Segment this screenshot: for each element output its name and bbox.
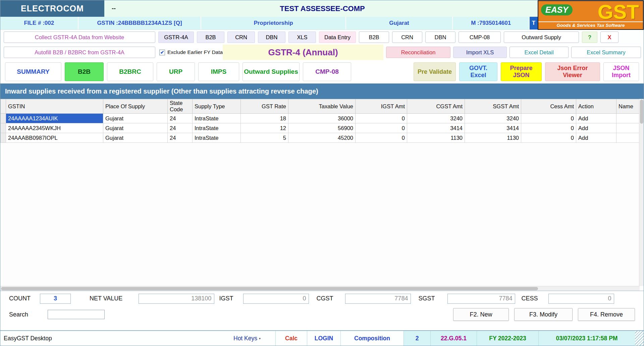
data-entry-dbn-button[interactable]: DBN xyxy=(425,32,455,43)
table-cell[interactable]: IntraState xyxy=(193,114,241,123)
tab-urp[interactable]: URP xyxy=(157,62,195,81)
table-cell[interactable]: 18 xyxy=(241,114,288,123)
tab-imps[interactable]: IMPS xyxy=(198,62,239,81)
column-header-cgst[interactable]: CGST Amt xyxy=(407,99,465,114)
pre-validate-button[interactable]: Pre Validate xyxy=(414,62,456,81)
table-cell[interactable]: 0 xyxy=(356,133,407,143)
table-cell[interactable]: IntraState xyxy=(193,133,241,143)
vertical-scrollbar[interactable] xyxy=(639,99,644,286)
horizontal-scrollbar-thumb[interactable] xyxy=(1,287,538,290)
horizontal-scrollbar[interactable] xyxy=(0,286,640,291)
resize-grip[interactable] xyxy=(635,331,644,346)
govt-excel-button[interactable]: GOVT. Excel xyxy=(459,62,497,81)
excel-detail-button[interactable]: Excel Detail xyxy=(509,47,569,58)
table-cell[interactable]: 0 xyxy=(521,114,576,123)
selector-column-header xyxy=(1,99,6,114)
vertical-scrollbar-thumb[interactable] xyxy=(640,100,643,124)
gstr4a-crn-button[interactable]: CRN xyxy=(227,32,255,43)
hot-keys-dropdown[interactable]: Hot Keys ▾ xyxy=(233,331,261,346)
tab-b2b[interactable]: B2B xyxy=(65,62,104,81)
table-cell[interactable] xyxy=(616,123,640,133)
table-cell[interactable]: 36000 xyxy=(288,114,356,123)
column-header-gstrate[interactable]: GST Rate xyxy=(241,99,288,114)
table-cell[interactable]: 3414 xyxy=(407,123,465,133)
table-cell[interactable]: 24AAAAA2345WKJH xyxy=(6,123,103,133)
table-cell[interactable]: 12 xyxy=(241,123,288,133)
row-selector[interactable] xyxy=(1,133,6,143)
add-action-link[interactable]: Add xyxy=(576,133,616,143)
tab-b2brc[interactable]: B2BRC xyxy=(107,62,153,81)
table-cell[interactable]: 3240 xyxy=(465,114,521,123)
column-header-gstin[interactable]: GSTIN xyxy=(6,99,103,114)
column-header-igst[interactable]: IGST Amt xyxy=(356,99,407,114)
table-cell[interactable]: 0 xyxy=(521,133,576,143)
table-cell-gstin-selected[interactable]: 24AAAAA1234AUIK xyxy=(6,114,103,123)
scheme-indicator[interactable]: Composition xyxy=(340,331,404,346)
json-import-button[interactable]: JSON Import xyxy=(603,62,639,81)
column-header-statecode[interactable]: State Code xyxy=(168,99,193,114)
column-header-taxable[interactable]: Taxable Value xyxy=(288,99,356,114)
gstr4a-dbn-button[interactable]: DBN xyxy=(258,32,285,43)
table-cell[interactable] xyxy=(616,133,640,143)
column-header-cess[interactable]: Cess Amt xyxy=(521,99,576,114)
gstr4a-xls-button[interactable]: XLS xyxy=(288,32,316,43)
reconciliation-button[interactable]: Reconciliation xyxy=(386,47,450,58)
gstr4a-b2b-button[interactable]: B2B xyxy=(197,32,224,43)
f3-modify-button[interactable]: F3. Modify xyxy=(514,308,573,321)
table-cell[interactable]: 24 xyxy=(168,114,193,123)
add-action-link[interactable]: Add xyxy=(576,123,616,133)
table-cell[interactable]: 45200 xyxy=(288,133,356,143)
row-selector[interactable] xyxy=(1,114,6,123)
table-cell[interactable]: Gujarat xyxy=(103,123,168,133)
table-cell[interactable]: Gujarat xyxy=(103,133,168,143)
table-cell[interactable]: 3414 xyxy=(465,123,521,133)
chevron-down-icon: ▾ xyxy=(259,337,261,340)
table-cell[interactable]: 1130 xyxy=(407,133,465,143)
column-header-supplytype[interactable]: Supply Type xyxy=(193,99,241,114)
collect-gstr4a-button[interactable]: Collect GSTR-4A Data from Website xyxy=(4,32,155,43)
excel-summary-button[interactable]: Excel Summary xyxy=(571,47,641,58)
f4-remove-button[interactable]: F4. Remove xyxy=(578,308,635,321)
column-header-sgst[interactable]: SGST Amt xyxy=(465,99,521,114)
table-cell[interactable]: 0 xyxy=(356,123,407,133)
table-row[interactable]: 24AAAAA1234AUIK Gujarat 24 IntraState 18… xyxy=(1,114,640,123)
f2-new-button[interactable]: F2. New xyxy=(453,308,509,321)
table-row[interactable]: 24AAAAA2345WKJH Gujarat 24 IntraState 12… xyxy=(1,123,640,133)
table-row[interactable]: 24AAABB0987IOPL Gujarat 24 IntraState 5 … xyxy=(1,133,640,143)
add-action-link[interactable]: Add xyxy=(576,114,616,123)
table-cell[interactable]: 5 xyxy=(241,133,288,143)
column-header-name[interactable]: Name xyxy=(616,99,640,114)
login-button[interactable]: LOGIN xyxy=(307,331,340,346)
tab-cmp08[interactable]: CMP-08 xyxy=(303,62,351,81)
table-cell[interactable]: 24AAABB0987IOPL xyxy=(6,133,103,143)
tab-outward-supplies[interactable]: Outward Supplies xyxy=(243,62,300,81)
table-cell[interactable]: 24 xyxy=(168,133,193,143)
table-cell[interactable]: 24 xyxy=(168,123,193,133)
close-button[interactable]: X xyxy=(600,32,619,43)
table-cell[interactable]: Gujarat xyxy=(103,114,168,123)
json-error-viewer-button[interactable]: Json Error Viewer xyxy=(545,62,600,81)
data-entry-crn-button[interactable]: CRN xyxy=(392,32,422,43)
data-entry-cmp08-button[interactable]: CMP-08 xyxy=(459,32,501,43)
table-cell[interactable] xyxy=(616,114,640,123)
table-cell[interactable]: 0 xyxy=(356,114,407,123)
calc-button[interactable]: Calc xyxy=(275,331,307,346)
table-cell[interactable]: 3240 xyxy=(407,114,465,123)
prepare-json-button[interactable]: Prepare JSON xyxy=(501,62,542,81)
column-header-place[interactable]: Place Of Supply xyxy=(103,99,168,114)
gstr4a-group-label: GSTR-4A xyxy=(158,32,194,43)
tab-summary[interactable]: SUMMARY xyxy=(5,62,61,81)
autofill-b2b-button[interactable]: Autofill B2B / B2BRC from GSTR-4A xyxy=(4,47,155,58)
table-cell[interactable]: 0 xyxy=(521,123,576,133)
table-cell[interactable]: IntraState xyxy=(193,123,241,133)
exclude-earlier-fy-checkbox[interactable]: ✔ xyxy=(159,50,165,55)
column-header-action[interactable]: Action xyxy=(576,99,616,114)
help-button[interactable]: ? xyxy=(582,32,597,43)
row-selector[interactable] xyxy=(1,123,6,133)
table-cell[interactable]: 56900 xyxy=(288,123,356,133)
table-cell[interactable]: 1130 xyxy=(465,133,521,143)
data-entry-b2b-button[interactable]: B2B xyxy=(359,32,389,43)
search-input[interactable] xyxy=(48,310,105,319)
outward-supply-button[interactable]: Outward Supply xyxy=(504,32,579,43)
import-xls-button[interactable]: Import XLS xyxy=(453,47,507,58)
